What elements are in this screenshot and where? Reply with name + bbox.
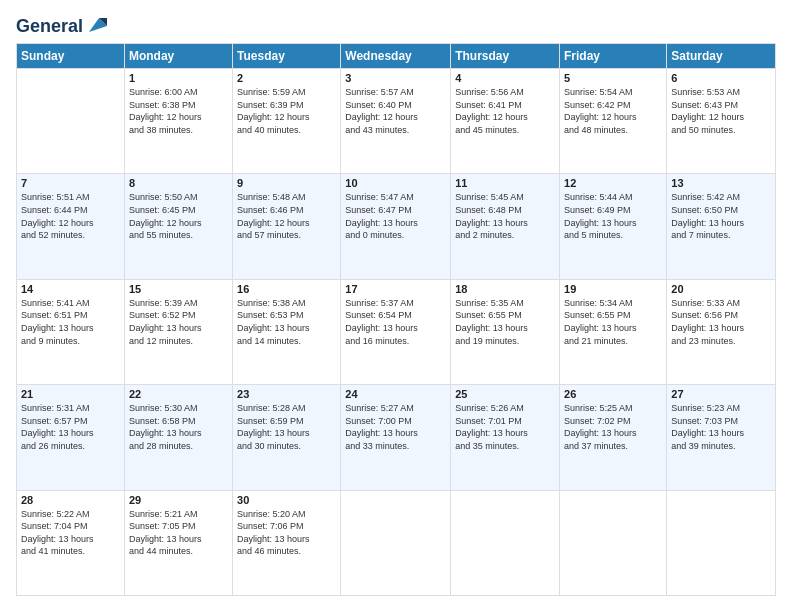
- calendar-cell: 28Sunrise: 5:22 AMSunset: 7:04 PMDayligh…: [17, 490, 125, 595]
- day-info: Sunrise: 5:53 AMSunset: 6:43 PMDaylight:…: [671, 86, 771, 136]
- day-number: 5: [564, 72, 662, 84]
- calendar-cell: 26Sunrise: 5:25 AMSunset: 7:02 PMDayligh…: [560, 385, 667, 490]
- day-info: Sunrise: 5:23 AMSunset: 7:03 PMDaylight:…: [671, 402, 771, 452]
- col-header-monday: Monday: [124, 44, 232, 69]
- calendar-cell: 29Sunrise: 5:21 AMSunset: 7:05 PMDayligh…: [124, 490, 232, 595]
- calendar-cell: 24Sunrise: 5:27 AMSunset: 7:00 PMDayligh…: [341, 385, 451, 490]
- page: General SundayMondayTuesdayWednesdayThur…: [0, 0, 792, 612]
- calendar-cell: 12Sunrise: 5:44 AMSunset: 6:49 PMDayligh…: [560, 174, 667, 279]
- day-number: 16: [237, 283, 336, 295]
- day-info: Sunrise: 5:33 AMSunset: 6:56 PMDaylight:…: [671, 297, 771, 347]
- day-info: Sunrise: 5:54 AMSunset: 6:42 PMDaylight:…: [564, 86, 662, 136]
- calendar-cell: [667, 490, 776, 595]
- col-header-saturday: Saturday: [667, 44, 776, 69]
- calendar-cell: 22Sunrise: 5:30 AMSunset: 6:58 PMDayligh…: [124, 385, 232, 490]
- day-info: Sunrise: 5:27 AMSunset: 7:00 PMDaylight:…: [345, 402, 446, 452]
- day-number: 19: [564, 283, 662, 295]
- day-info: Sunrise: 5:37 AMSunset: 6:54 PMDaylight:…: [345, 297, 446, 347]
- calendar-cell: 4Sunrise: 5:56 AMSunset: 6:41 PMDaylight…: [451, 69, 560, 174]
- day-number: 28: [21, 494, 120, 506]
- calendar-cell: 2Sunrise: 5:59 AMSunset: 6:39 PMDaylight…: [233, 69, 341, 174]
- day-info: Sunrise: 5:30 AMSunset: 6:58 PMDaylight:…: [129, 402, 228, 452]
- day-info: Sunrise: 5:41 AMSunset: 6:51 PMDaylight:…: [21, 297, 120, 347]
- day-number: 24: [345, 388, 446, 400]
- day-number: 10: [345, 177, 446, 189]
- calendar-cell: 7Sunrise: 5:51 AMSunset: 6:44 PMDaylight…: [17, 174, 125, 279]
- day-number: 13: [671, 177, 771, 189]
- calendar-cell: [560, 490, 667, 595]
- day-number: 6: [671, 72, 771, 84]
- calendar-cell: [17, 69, 125, 174]
- week-row-1: 1Sunrise: 6:00 AMSunset: 6:38 PMDaylight…: [17, 69, 776, 174]
- calendar-cell: [451, 490, 560, 595]
- day-info: Sunrise: 5:39 AMSunset: 6:52 PMDaylight:…: [129, 297, 228, 347]
- calendar-cell: 3Sunrise: 5:57 AMSunset: 6:40 PMDaylight…: [341, 69, 451, 174]
- calendar-cell: 20Sunrise: 5:33 AMSunset: 6:56 PMDayligh…: [667, 279, 776, 384]
- day-info: Sunrise: 5:50 AMSunset: 6:45 PMDaylight:…: [129, 191, 228, 241]
- calendar-cell: 9Sunrise: 5:48 AMSunset: 6:46 PMDaylight…: [233, 174, 341, 279]
- day-number: 22: [129, 388, 228, 400]
- day-info: Sunrise: 5:38 AMSunset: 6:53 PMDaylight:…: [237, 297, 336, 347]
- header: General: [16, 16, 776, 33]
- calendar-cell: 13Sunrise: 5:42 AMSunset: 6:50 PMDayligh…: [667, 174, 776, 279]
- day-info: Sunrise: 5:26 AMSunset: 7:01 PMDaylight:…: [455, 402, 555, 452]
- day-info: Sunrise: 5:51 AMSunset: 6:44 PMDaylight:…: [21, 191, 120, 241]
- day-info: Sunrise: 6:00 AMSunset: 6:38 PMDaylight:…: [129, 86, 228, 136]
- day-info: Sunrise: 5:22 AMSunset: 7:04 PMDaylight:…: [21, 508, 120, 558]
- day-info: Sunrise: 5:28 AMSunset: 6:59 PMDaylight:…: [237, 402, 336, 452]
- calendar-cell: 25Sunrise: 5:26 AMSunset: 7:01 PMDayligh…: [451, 385, 560, 490]
- calendar-cell: 27Sunrise: 5:23 AMSunset: 7:03 PMDayligh…: [667, 385, 776, 490]
- logo: General: [16, 16, 107, 33]
- day-number: 8: [129, 177, 228, 189]
- calendar-cell: 15Sunrise: 5:39 AMSunset: 6:52 PMDayligh…: [124, 279, 232, 384]
- calendar-cell: 6Sunrise: 5:53 AMSunset: 6:43 PMDaylight…: [667, 69, 776, 174]
- day-info: Sunrise: 5:25 AMSunset: 7:02 PMDaylight:…: [564, 402, 662, 452]
- day-info: Sunrise: 5:31 AMSunset: 6:57 PMDaylight:…: [21, 402, 120, 452]
- col-header-wednesday: Wednesday: [341, 44, 451, 69]
- day-info: Sunrise: 5:59 AMSunset: 6:39 PMDaylight:…: [237, 86, 336, 136]
- day-info: Sunrise: 5:34 AMSunset: 6:55 PMDaylight:…: [564, 297, 662, 347]
- day-number: 29: [129, 494, 228, 506]
- calendar-cell: 10Sunrise: 5:47 AMSunset: 6:47 PMDayligh…: [341, 174, 451, 279]
- col-header-sunday: Sunday: [17, 44, 125, 69]
- day-info: Sunrise: 5:48 AMSunset: 6:46 PMDaylight:…: [237, 191, 336, 241]
- calendar-cell: 18Sunrise: 5:35 AMSunset: 6:55 PMDayligh…: [451, 279, 560, 384]
- calendar-cell: 21Sunrise: 5:31 AMSunset: 6:57 PMDayligh…: [17, 385, 125, 490]
- logo-icon: [85, 16, 107, 34]
- calendar-cell: 11Sunrise: 5:45 AMSunset: 6:48 PMDayligh…: [451, 174, 560, 279]
- day-number: 7: [21, 177, 120, 189]
- day-number: 12: [564, 177, 662, 189]
- day-number: 2: [237, 72, 336, 84]
- calendar-cell: [341, 490, 451, 595]
- day-number: 11: [455, 177, 555, 189]
- calendar-cell: 17Sunrise: 5:37 AMSunset: 6:54 PMDayligh…: [341, 279, 451, 384]
- day-number: 23: [237, 388, 336, 400]
- day-info: Sunrise: 5:35 AMSunset: 6:55 PMDaylight:…: [455, 297, 555, 347]
- calendar-cell: 1Sunrise: 6:00 AMSunset: 6:38 PMDaylight…: [124, 69, 232, 174]
- calendar-cell: 5Sunrise: 5:54 AMSunset: 6:42 PMDaylight…: [560, 69, 667, 174]
- day-number: 17: [345, 283, 446, 295]
- day-info: Sunrise: 5:45 AMSunset: 6:48 PMDaylight:…: [455, 191, 555, 241]
- day-info: Sunrise: 5:21 AMSunset: 7:05 PMDaylight:…: [129, 508, 228, 558]
- calendar-header-row: SundayMondayTuesdayWednesdayThursdayFrid…: [17, 44, 776, 69]
- day-number: 18: [455, 283, 555, 295]
- day-number: 21: [21, 388, 120, 400]
- col-header-friday: Friday: [560, 44, 667, 69]
- col-header-tuesday: Tuesday: [233, 44, 341, 69]
- day-number: 14: [21, 283, 120, 295]
- day-info: Sunrise: 5:56 AMSunset: 6:41 PMDaylight:…: [455, 86, 555, 136]
- calendar-cell: 30Sunrise: 5:20 AMSunset: 7:06 PMDayligh…: [233, 490, 341, 595]
- week-row-2: 7Sunrise: 5:51 AMSunset: 6:44 PMDaylight…: [17, 174, 776, 279]
- day-info: Sunrise: 5:42 AMSunset: 6:50 PMDaylight:…: [671, 191, 771, 241]
- day-info: Sunrise: 5:47 AMSunset: 6:47 PMDaylight:…: [345, 191, 446, 241]
- day-number: 4: [455, 72, 555, 84]
- calendar-cell: 8Sunrise: 5:50 AMSunset: 6:45 PMDaylight…: [124, 174, 232, 279]
- logo-general: General: [16, 16, 83, 37]
- day-number: 1: [129, 72, 228, 84]
- day-number: 25: [455, 388, 555, 400]
- day-info: Sunrise: 5:44 AMSunset: 6:49 PMDaylight:…: [564, 191, 662, 241]
- week-row-5: 28Sunrise: 5:22 AMSunset: 7:04 PMDayligh…: [17, 490, 776, 595]
- col-header-thursday: Thursday: [451, 44, 560, 69]
- calendar-cell: 14Sunrise: 5:41 AMSunset: 6:51 PMDayligh…: [17, 279, 125, 384]
- week-row-3: 14Sunrise: 5:41 AMSunset: 6:51 PMDayligh…: [17, 279, 776, 384]
